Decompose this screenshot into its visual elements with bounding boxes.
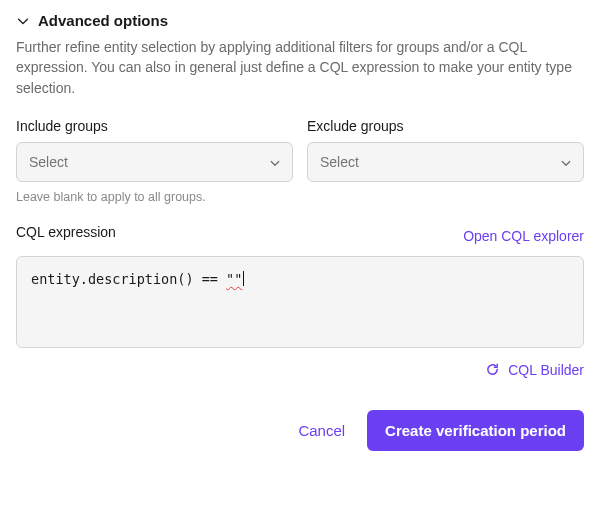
exclude-groups-label: Exclude groups [307,118,584,134]
include-groups-field: Include groups [16,118,293,182]
cql-builder-link[interactable]: CQL Builder [508,362,584,378]
include-groups-select[interactable] [16,142,293,182]
include-groups-label: Include groups [16,118,293,134]
exclude-groups-select[interactable] [307,142,584,182]
create-verification-period-button[interactable]: Create verification period [367,410,584,451]
exclude-groups-field: Exclude groups [307,118,584,182]
cql-expression-input[interactable]: entity.description() == "" [16,256,584,348]
cql-label: CQL expression [16,224,116,240]
refresh-icon [485,362,500,377]
open-cql-explorer-link[interactable]: Open CQL explorer [463,228,584,244]
chevron-down-icon [16,14,30,28]
cql-code-prefix: entity.description() == [31,271,226,287]
text-caret [243,271,244,286]
section-title: Advanced options [38,12,168,29]
advanced-options-header[interactable]: Advanced options [16,12,584,29]
section-description: Further refine entity selection by apply… [16,37,584,98]
groups-hint: Leave blank to apply to all groups. [16,190,584,204]
footer-actions: Cancel Create verification period [16,410,584,451]
cql-code-quoted: "" [226,271,242,287]
cancel-button[interactable]: Cancel [294,412,349,449]
